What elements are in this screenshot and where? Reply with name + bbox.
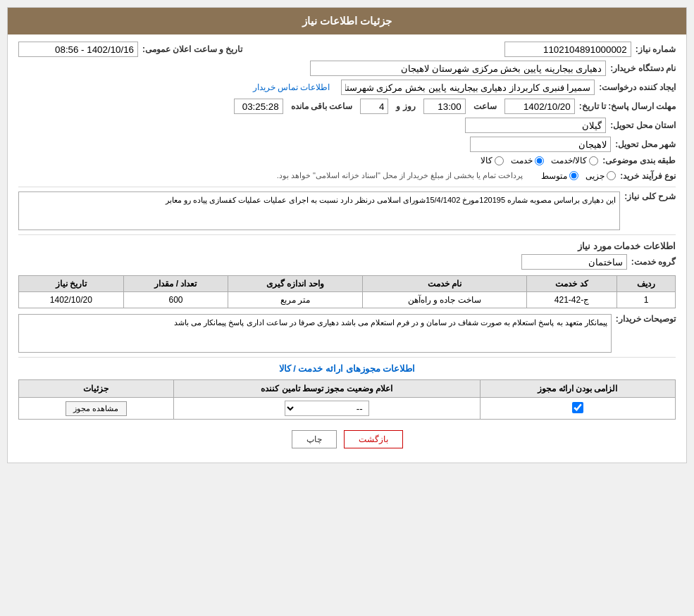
row-mohlat: مهلت ارسال پاسخ: تا تاریخ: ساعت روز و سا… — [18, 99, 676, 114]
ostan-input[interactable] — [465, 118, 606, 133]
row-shahr: شهر محل تحویل: — [18, 137, 676, 152]
row-tosihaat: توصیحات خریدار: — [18, 314, 676, 353]
mojozha-title: اطلاعات مجوزهای ارائه خدمت / کالا — [18, 363, 676, 374]
td-tarikh: 1402/10/20 — [19, 292, 124, 308]
row-nam-dastgah: نام دستگاه خریدار: — [18, 61, 676, 76]
row-sharh-label: شرح کلی نیاز: — [18, 191, 676, 230]
sharh-label: شرح کلی نیاز: — [624, 191, 676, 201]
tabaqe-label: طبقه بندی موضوعی: — [602, 156, 676, 165]
th-tarikh: تاریخ نیاز — [19, 276, 124, 292]
khedmat-label: خدمت — [511, 156, 533, 165]
row-tabaqe: طبقه بندی موضوعی: کالا/خدمت خدمت کالا — [18, 156, 676, 165]
services-section-title: اطلاعات خدمات مورد نیاز — [18, 241, 676, 251]
sharh-textarea[interactable] — [18, 191, 620, 230]
group-khedmat-input[interactable] — [521, 254, 627, 270]
td-radif: 1 — [617, 292, 676, 308]
row-shomara: شماره نیاز: تاریخ و ساعت اعلان عمومی: — [18, 42, 676, 57]
th-elzam: الزامی بودن ارائه مجوز — [480, 380, 675, 398]
row-nooe: نوع فرآیند خرید: جزیی متوسط پرداخت تمام … — [18, 169, 676, 182]
kala-radio[interactable] — [495, 156, 504, 165]
content-area: شماره نیاز: تاریخ و ساعت اعلان عمومی: نا… — [8, 34, 686, 463]
divider-1 — [18, 187, 676, 187]
jozi-label: جزیی — [585, 171, 605, 181]
mohlat-date-input[interactable] — [504, 99, 575, 114]
th-code: کد خدمت — [527, 276, 617, 292]
th-radif: ردیف — [617, 276, 676, 292]
khedmat-radio[interactable] — [535, 156, 544, 165]
page-wrapper: جزئیات اطلاعات نیاز شماره نیاز: تاریخ و … — [0, 0, 694, 616]
group-khedmat-label: گروه خدمت: — [631, 257, 676, 267]
bottom-buttons: بازگشت چاپ — [18, 430, 676, 448]
shomara-input[interactable] — [504, 42, 631, 57]
tabaqe-radio-group: کالا/خدمت خدمت کالا — [481, 156, 598, 165]
kala-khedmat-radio-item: کالا/خدمت — [551, 156, 598, 165]
th-tedad: تعداد / مقدار — [123, 276, 228, 292]
table-row: 1ج-42-421ساخت جاده و راه‌آهنمتر مربع6001… — [19, 292, 676, 308]
mohlat-baqi-input[interactable] — [234, 99, 283, 114]
nooe-label: نوع فرآیند خرید: — [620, 171, 676, 181]
mohlat-saat-input[interactable] — [423, 99, 466, 114]
motavaset-label: متوسط — [541, 171, 567, 181]
jozi-radio-item: جزیی — [585, 171, 616, 181]
baqi-label: ساعت باقی مانده — [291, 101, 353, 111]
motavaset-radio[interactable] — [569, 171, 578, 180]
kala-radio-item: کالا — [481, 156, 504, 165]
th-joziyat: جزئیات — [19, 380, 174, 398]
nam-dastgah-input[interactable] — [310, 61, 606, 76]
services-table: ردیف کد خدمت نام خدمت واحد اندازه گیری ت… — [18, 275, 676, 308]
kala-khedmat-radio[interactable] — [589, 156, 598, 165]
divider-3 — [18, 357, 676, 358]
permit-row: -- مشاهده مجوز — [19, 398, 676, 420]
mohlat-rooz-input[interactable] — [360, 99, 388, 114]
shomara-label: شماره نیاز: — [636, 44, 676, 54]
kala-label: کالا — [481, 156, 492, 165]
page-header: جزئیات اطلاعات نیاز — [8, 8, 686, 34]
saat-label: ساعت — [473, 101, 497, 111]
motavaset-radio-item: متوسط — [541, 171, 578, 181]
tosihaat-label: توصیحات خریدار: — [616, 314, 676, 324]
divider-2 — [18, 234, 676, 235]
permit-joziyat-cell: مشاهده مجوز — [19, 398, 174, 420]
td-name: ساخت جاده و راه‌آهن — [362, 292, 526, 308]
row-group-khedmat: گروه خدمت: — [18, 254, 676, 270]
kala-khedmat-label: کالا/خدمت — [551, 156, 587, 165]
khedmat-radio-item: خدمت — [511, 156, 544, 165]
td-code: ج-42-421 — [527, 292, 617, 308]
nooe-note: پرداخت تمام یا بخشی از مبلغ خریدار از مح… — [273, 169, 527, 182]
tosihaat-textarea[interactable] — [18, 314, 612, 353]
th-alam: اعلام وضعیت مجوز توسط تامین کننده — [173, 380, 480, 398]
th-unit: واحد اندازه گیری — [228, 276, 362, 292]
permits-table: الزامی بودن ارائه مجوز اعلام وضعیت مجوز … — [18, 379, 676, 420]
permit-select[interactable]: -- — [285, 401, 369, 416]
permit-elzam-cell — [480, 398, 675, 420]
ijad-input[interactable] — [341, 80, 595, 95]
jozi-radio[interactable] — [607, 171, 616, 180]
row-ijad: ایجاد کننده درخواست: اطلاعات تماس خریدار — [18, 80, 676, 95]
ettelaat-tamas-link[interactable]: اطلاعات تماس خریدار — [253, 82, 330, 92]
tarikh-label: تاریخ و ساعت اعلان عمومی: — [142, 44, 242, 54]
th-name: نام خدمت — [362, 276, 526, 292]
td-unit: متر مربع — [228, 292, 362, 308]
shahr-label: شهر محل تحویل: — [615, 139, 676, 149]
tarikh-input[interactable] — [18, 42, 138, 57]
permit-checkbox[interactable] — [572, 402, 583, 413]
ijad-label: ایجاد کننده درخواست: — [599, 82, 676, 92]
page-title: جزئیات اطلاعات نیاز — [302, 15, 392, 27]
back-button[interactable]: بازگشت — [344, 430, 403, 448]
permit-alam-cell: -- — [173, 398, 480, 420]
mohlat-label: مهلت ارسال پاسخ: تا تاریخ: — [579, 101, 676, 111]
rooz-label: روز و — [396, 101, 415, 111]
print-button[interactable]: چاپ — [292, 430, 337, 448]
td-tedad: 600 — [123, 292, 228, 308]
row-ostan: استان محل تحویل: — [18, 118, 676, 133]
shahr-input[interactable] — [470, 137, 611, 152]
view-permit-button[interactable]: مشاهده مجوز — [66, 401, 126, 416]
nooe-radio-group: جزیی متوسط — [541, 171, 616, 181]
ostan-label: استان محل تحویل: — [610, 120, 676, 130]
nam-dastgah-label: نام دستگاه خریدار: — [610, 63, 676, 73]
main-container: جزئیات اطلاعات نیاز شماره نیاز: تاریخ و … — [7, 7, 687, 463]
